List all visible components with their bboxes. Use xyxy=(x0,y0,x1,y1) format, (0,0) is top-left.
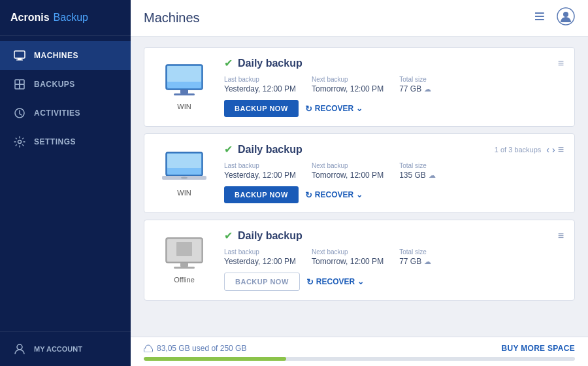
svg-rect-32 xyxy=(176,242,192,256)
user-profile-icon[interactable] xyxy=(557,7,575,29)
total-size-group: Total size 77 GB ☁ xyxy=(399,248,431,266)
card-menu-icon[interactable]: ≡ xyxy=(558,58,564,69)
svg-point-9 xyxy=(17,344,22,350)
card-info: ✔ Daily backup 1 of 3 backups ‹ › ≡ Last… xyxy=(224,143,564,203)
recover-chevron-icon: ⌄ xyxy=(356,190,363,199)
machine-name: WIN xyxy=(177,103,191,110)
backup-plan-title: Daily backup xyxy=(238,144,302,156)
svg-rect-31 xyxy=(174,267,195,269)
my-account-label: My Account xyxy=(34,345,82,353)
machine-name: Offline xyxy=(174,276,195,284)
settings-label: Settings xyxy=(34,137,76,146)
recover-chevron-icon: ⌄ xyxy=(357,277,364,286)
storage-progress-bar xyxy=(144,357,575,361)
total-size-label: Total size xyxy=(399,162,436,169)
svg-rect-3 xyxy=(15,80,20,84)
total-size-label: Total size xyxy=(399,248,431,256)
card-menu-icon[interactable]: ≡ xyxy=(558,144,564,156)
next-backup-label: Next backup xyxy=(312,162,384,169)
svg-rect-20 xyxy=(167,66,201,82)
card-meta: Last backup Yesterday, 12:00 PM Next bac… xyxy=(224,76,564,93)
recover-icon: ↻ xyxy=(305,104,312,114)
card-title-row: ✔ Daily backup xyxy=(224,57,302,69)
card-title-row: ✔ Daily backup xyxy=(224,229,302,242)
backups-label: Backups xyxy=(34,80,75,89)
topbar: Machines xyxy=(131,0,588,37)
recover-icon: ↻ xyxy=(306,277,314,287)
machine-name: WIN xyxy=(177,189,191,197)
main-content: Machines xyxy=(131,0,588,366)
recover-chevron-icon: ⌄ xyxy=(356,104,363,113)
storage-used-label: 83,05 GB used of 250 GB xyxy=(157,344,246,353)
sidebar-nav: MachinesBackupsActivitiesSettings xyxy=(0,36,131,331)
page-title: Machines xyxy=(144,10,200,25)
machines-icon xyxy=(13,49,26,62)
machine-card: WIN ✔ Daily backup ≡ Last backup Yesterd… xyxy=(144,47,575,127)
svg-rect-1 xyxy=(18,58,22,59)
svg-point-8 xyxy=(18,141,22,144)
card-info: ✔ Daily backup ≡ Last backup Yesterday, … xyxy=(224,57,564,117)
buy-more-space-link[interactable]: BUY MORE SPACE xyxy=(502,344,575,353)
card-header: ✔ Daily backup ≡ xyxy=(224,229,564,242)
status-check-icon: ✔ xyxy=(224,229,233,242)
sidebar-item-settings[interactable]: Settings xyxy=(0,127,131,156)
next-backup-value: Tomorrow, 12:00 PM xyxy=(312,257,384,266)
backup-now-button[interactable]: BACKUP NOW xyxy=(224,273,300,291)
activities-icon xyxy=(13,107,26,120)
recover-button[interactable]: ↻ RECOVER ⌄ xyxy=(305,190,363,200)
total-size-value: 77 GB ☁ xyxy=(399,84,431,93)
card-header-right: ≡ xyxy=(558,58,564,69)
card-header-right: ≡ xyxy=(558,230,564,242)
logo-acronis: Acronis xyxy=(10,12,50,24)
next-backup-group: Next backup Tomorrow, 12:00 PM xyxy=(312,248,384,266)
cloud-icon: ☁ xyxy=(424,85,431,93)
total-size-value: 135 GB ☁ xyxy=(399,171,436,180)
topbar-icons xyxy=(533,7,575,29)
recover-button[interactable]: ↻ RECOVER ⌄ xyxy=(305,104,363,114)
status-check-icon: ✔ xyxy=(224,57,233,69)
next-backup-label: Next backup xyxy=(312,76,384,83)
svg-rect-13 xyxy=(535,12,537,14)
storage-progress-fill xyxy=(144,357,286,361)
sidebar-item-activities[interactable]: Activities xyxy=(0,99,131,127)
storage-row: 83,05 GB used of 250 GB BUY MORE SPACE xyxy=(144,344,575,353)
svg-rect-5 xyxy=(15,84,20,89)
svg-rect-14 xyxy=(535,16,537,17)
svg-rect-6 xyxy=(20,84,24,89)
last-backup-label: Last backup xyxy=(224,76,296,83)
svg-rect-0 xyxy=(14,51,25,58)
sidebar-logo: Acronis Backup xyxy=(0,0,131,36)
bottom-bar: 83,05 GB used of 250 GB BUY MORE SPACE xyxy=(131,337,588,366)
machine-image: Offline xyxy=(155,237,214,284)
sidebar-item-machines[interactable]: Machines xyxy=(0,41,131,70)
machine-card: WIN ✔ Daily backup 1 of 3 backups ‹ › ≡ … xyxy=(144,133,575,213)
last-backup-label: Last backup xyxy=(224,162,296,169)
recover-button[interactable]: ↻ RECOVER ⌄ xyxy=(306,277,364,287)
last-backup-group: Last backup Yesterday, 12:00 PM xyxy=(224,248,296,266)
status-check-icon: ✔ xyxy=(224,143,233,156)
last-backup-group: Last backup Yesterday, 12:00 PM xyxy=(224,76,296,93)
machine-image: WIN xyxy=(155,63,214,110)
activities-label: Activities xyxy=(34,108,80,118)
cards-area: WIN ✔ Daily backup ≡ Last backup Yesterd… xyxy=(131,37,588,337)
backup-plan-title: Daily backup xyxy=(238,58,302,69)
pagination-arrows: ‹ › xyxy=(546,144,555,155)
card-menu-icon[interactable]: ≡ xyxy=(558,230,564,242)
backup-now-button[interactable]: BACKUP NOW xyxy=(224,186,299,203)
total-size-label: Total size xyxy=(399,76,431,83)
cloud-icon: ☁ xyxy=(424,258,431,266)
sidebar-footer[interactable]: My Account xyxy=(0,331,131,366)
card-meta: Last backup Yesterday, 12:00 PM Next bac… xyxy=(224,162,564,180)
sidebar-item-backups[interactable]: Backups xyxy=(0,70,131,99)
next-backup-group: Next backup Tomorrow, 12:00 PM xyxy=(312,162,384,180)
prev-arrow[interactable]: ‹ xyxy=(546,144,549,155)
recover-icon: ↻ xyxy=(305,190,312,200)
last-backup-group: Last backup Yesterday, 12:00 PM xyxy=(224,162,296,180)
card-meta: Last backup Yesterday, 12:00 PM Next bac… xyxy=(224,248,564,266)
card-header-right: 1 of 3 backups ‹ › ≡ xyxy=(495,144,564,156)
next-backup-value: Tomorrow, 12:00 PM xyxy=(312,84,384,93)
backup-now-button[interactable]: BACKUP NOW xyxy=(224,100,299,117)
list-view-icon[interactable] xyxy=(533,10,546,26)
next-arrow[interactable]: › xyxy=(552,144,555,155)
settings-icon xyxy=(13,135,26,148)
